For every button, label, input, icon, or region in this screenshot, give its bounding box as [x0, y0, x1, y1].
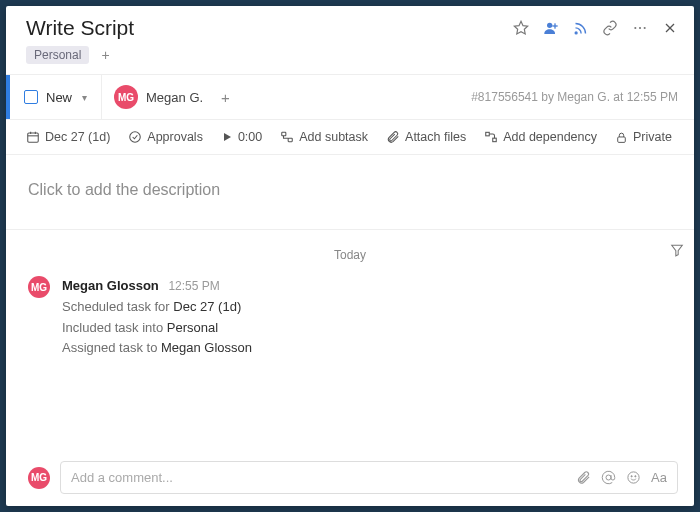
svg-point-25 [635, 476, 636, 477]
chevron-down-icon: ▾ [82, 92, 87, 103]
attach-files-button[interactable]: Attach files [386, 130, 466, 144]
entry-author: Megan Glosson [62, 278, 159, 293]
status-row: New ▾ MG Megan G. + #817556541 by Megan … [6, 74, 694, 120]
date-button[interactable]: Dec 27 (1d) [26, 130, 110, 144]
add-tag-button[interactable]: + [97, 47, 113, 63]
svg-point-23 [628, 472, 639, 483]
status-label: New [46, 90, 72, 105]
svg-point-24 [631, 476, 632, 477]
svg-rect-3 [552, 25, 557, 26]
svg-point-4 [575, 31, 577, 33]
svg-rect-18 [486, 132, 490, 136]
svg-marker-21 [672, 245, 683, 256]
svg-point-6 [639, 27, 641, 29]
add-assignee-button[interactable]: + [215, 89, 236, 106]
emoji-icon[interactable] [626, 470, 641, 485]
svg-point-1 [547, 23, 552, 28]
activity-line: Assigned task to Megan Glosson [62, 338, 252, 359]
attach-label: Attach files [405, 130, 466, 144]
task-title[interactable]: Write Script [26, 16, 134, 40]
header-actions [513, 20, 678, 36]
assignee-name: Megan G. [146, 90, 203, 105]
task-header: Write Script [6, 6, 694, 42]
comment-icons: Aa [576, 470, 667, 485]
tag-row: Personal + [6, 42, 694, 74]
close-icon[interactable] [662, 20, 678, 36]
svg-point-22 [606, 475, 611, 480]
format-icon[interactable]: Aa [651, 470, 667, 485]
approvals-button[interactable]: Approvals [128, 130, 203, 144]
svg-rect-20 [618, 136, 626, 141]
approvals-label: Approvals [147, 130, 203, 144]
activity-stream: Today MG Megan Glosson 12:55 PM Schedule… [6, 230, 694, 450]
private-button[interactable]: Private [615, 130, 672, 144]
add-dependency-button[interactable]: Add dependency [484, 130, 597, 144]
avatar: MG [28, 276, 50, 298]
person-add-icon[interactable] [543, 20, 559, 36]
more-icon[interactable] [632, 20, 648, 36]
private-label: Private [633, 130, 672, 144]
svg-rect-10 [28, 133, 39, 142]
svg-marker-15 [224, 133, 231, 141]
subtask-label: Add subtask [299, 130, 368, 144]
timer-label: 0:00 [238, 130, 262, 144]
star-icon[interactable] [513, 20, 529, 36]
task-meta: #817556541 by Megan G. at 12:55 PM [471, 90, 678, 104]
entry-time: 12:55 PM [168, 279, 219, 293]
avatar: MG [114, 85, 138, 109]
assignee-chip[interactable]: MG Megan G. [102, 85, 215, 109]
day-separator: Today [28, 240, 672, 276]
complete-checkbox[interactable] [24, 90, 38, 104]
date-label: Dec 27 (1d) [45, 130, 110, 144]
filter-icon[interactable] [670, 243, 684, 257]
rss-icon[interactable] [573, 21, 588, 36]
task-panel: Write Script Personal + [6, 6, 694, 506]
svg-rect-16 [282, 132, 286, 136]
activity-line: Included task into Personal [62, 318, 252, 339]
description-placeholder: Click to add the description [28, 181, 220, 198]
svg-marker-0 [514, 21, 527, 34]
svg-point-14 [130, 132, 141, 143]
activity-entry: MG Megan Glosson 12:55 PM Scheduled task… [28, 276, 672, 359]
description-field[interactable]: Click to add the description [6, 155, 694, 230]
svg-point-7 [644, 27, 646, 29]
status-left: New ▾ MG Megan G. + [6, 75, 236, 119]
svg-rect-19 [493, 138, 497, 142]
mention-icon[interactable] [601, 470, 616, 485]
add-subtask-button[interactable]: Add subtask [280, 130, 368, 144]
status-selector[interactable]: New ▾ [10, 75, 102, 119]
activity-line: Scheduled task for Dec 27 (1d) [62, 297, 252, 318]
comment-bar: MG Aa [6, 450, 694, 506]
entry-body: Megan Glosson 12:55 PM Scheduled task fo… [62, 276, 252, 359]
folder-tag[interactable]: Personal [26, 46, 89, 64]
comment-input-wrap: Aa [60, 461, 678, 494]
avatar: MG [28, 467, 50, 489]
task-toolbar: Dec 27 (1d) Approvals 0:00 Add subtask A… [6, 120, 694, 155]
dependency-label: Add dependency [503, 130, 597, 144]
timer-button[interactable]: 0:00 [221, 130, 262, 144]
comment-input[interactable] [71, 470, 576, 485]
link-icon[interactable] [602, 20, 618, 36]
svg-rect-17 [288, 138, 292, 142]
attach-icon[interactable] [576, 470, 591, 485]
svg-point-5 [634, 27, 636, 29]
